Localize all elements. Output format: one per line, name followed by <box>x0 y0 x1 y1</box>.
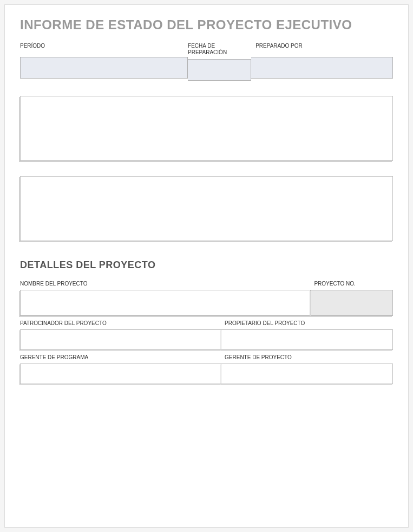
project-no-input[interactable] <box>311 290 393 316</box>
project-manager-input[interactable] <box>221 364 393 384</box>
document-page: INFORME DE ESTADO DEL PROYECTO EJECUTIVO… <box>4 4 409 528</box>
sponsor-field: PATROCINADOR DEL PROYECTO <box>20 316 221 350</box>
sponsor-owner-row: PATROCINADOR DEL PROYECTO PROPIETARIO DE… <box>20 316 393 350</box>
prepared-by-field: PREPARADO POR <box>251 43 393 81</box>
sponsor-input[interactable] <box>20 329 221 350</box>
prepared-by-label: PREPARADO POR <box>251 43 393 57</box>
project-name-label: NOMBRE DEL PROYECTO <box>20 276 311 290</box>
period-field: PERÍODO <box>20 43 188 81</box>
program-manager-input[interactable] <box>20 364 221 384</box>
owner-field: PROPIETARIO DEL PROYECTO <box>221 316 393 350</box>
project-manager-field: GERENTE DE PROYECTO <box>221 350 393 384</box>
header-info-row: PERÍODO FECHA DE PREPARACIÓN PREPARADO P… <box>20 43 393 81</box>
project-name-input[interactable] <box>20 290 311 316</box>
project-no-label: PROYECTO NO. <box>311 276 393 290</box>
text-area-1[interactable] <box>20 96 393 161</box>
project-name-row: NOMBRE DEL PROYECTO PROYECTO NO. <box>20 276 393 316</box>
page-title: INFORME DE ESTADO DEL PROYECTO EJECUTIVO <box>20 17 393 33</box>
prepared-by-input[interactable] <box>251 57 393 79</box>
owner-input[interactable] <box>221 329 393 350</box>
prep-date-label: FECHA DE PREPARACIÓN <box>188 43 251 59</box>
program-manager-label: GERENTE DE PROGRAMA <box>20 350 221 364</box>
period-label: PERÍODO <box>20 43 188 57</box>
project-manager-label: GERENTE DE PROYECTO <box>221 350 393 364</box>
manager-row: GERENTE DE PROGRAMA GERENTE DE PROYECTO <box>20 350 393 384</box>
project-no-field: PROYECTO NO. <box>311 276 393 316</box>
period-input[interactable] <box>20 57 188 79</box>
owner-label: PROPIETARIO DEL PROYECTO <box>221 316 393 329</box>
details-section-title: DETALLES DEL PROYECTO <box>20 259 393 271</box>
sponsor-label: PATROCINADOR DEL PROYECTO <box>20 316 221 329</box>
text-area-2[interactable] <box>20 176 393 241</box>
project-name-field: NOMBRE DEL PROYECTO <box>20 276 311 316</box>
prep-date-field: FECHA DE PREPARACIÓN <box>188 43 251 81</box>
program-manager-field: GERENTE DE PROGRAMA <box>20 350 221 384</box>
prep-date-input[interactable] <box>188 59 251 81</box>
